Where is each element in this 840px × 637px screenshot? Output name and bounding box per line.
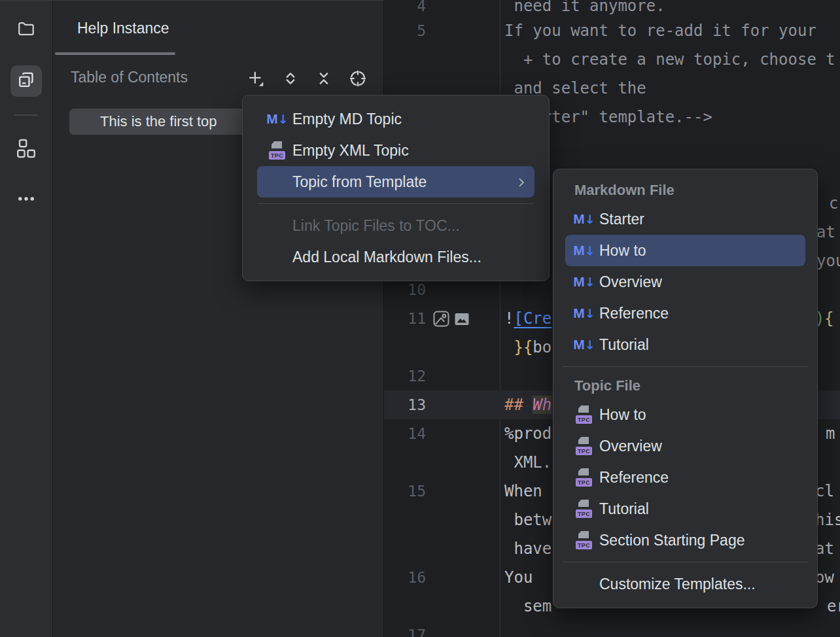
expand-all-button[interactable] [279, 69, 302, 91]
add-topic-button[interactable] [245, 69, 267, 91]
topic-from-template-submenu: Markdown FileM↓StarterM↓How toM↓Overview… [553, 169, 818, 608]
icon-spacer [574, 574, 594, 594]
menu-item-label: Add Local Markdown Files... [292, 249, 481, 266]
plus-dropdown-icon [246, 69, 266, 91]
menu-item-link-topic-files-to-toc: Link Topic Files to TOC... [257, 210, 534, 241]
menu-item-label: Link Topic Files to TOC... [292, 217, 460, 235]
activity-bar-divider [14, 114, 38, 116]
menu-item-customize-templates[interactable]: Customize Templates... [565, 568, 805, 600]
menu-item-label: Empty XML Topic [292, 142, 409, 160]
collapse-all-button[interactable] [313, 69, 335, 91]
folder-icon [17, 20, 35, 41]
submenu-section-header-markdown-file: Markdown File [553, 177, 817, 203]
menu-item-label: Overview [599, 273, 662, 291]
activity-bar-item-structure[interactable] [10, 134, 42, 165]
add-topic-context-menu: M↓Empty MD TopicTPCEmpty XML TopicTopic … [242, 95, 550, 281]
editor-line-text: %prod [504, 419, 551, 448]
image-outline-icon[interactable] [432, 310, 450, 332]
menu-item-label: Customize Templates... [599, 576, 756, 593]
editor-text-fragment: at [816, 218, 835, 247]
image-preview-icon[interactable] [454, 311, 470, 331]
editor-text-fragment: c [829, 189, 838, 218]
submenu-chevron-icon [515, 175, 528, 193]
editor-text-fragment: at [815, 534, 834, 563]
line-number: 15 [384, 477, 426, 506]
more-ellipsis-icon [16, 189, 36, 211]
editor-text-fragment: his [815, 506, 840, 534]
activity-bar [0, 0, 52, 637]
editor-line-text: + to create a new topic, choose t [504, 45, 835, 74]
menu-item-label: Tutorial [599, 500, 649, 518]
menu-item-topic-from-template[interactable]: Topic from Template [257, 166, 534, 198]
menu-item-tutorial[interactable]: TPCTutorial [565, 493, 805, 525]
menu-item-label: Reference [599, 469, 669, 487]
icon-spacer [268, 247, 287, 267]
menu-item-empty-md-topic[interactable]: M↓Empty MD Topic [257, 103, 534, 135]
activity-bar-item-more[interactable] [10, 184, 42, 216]
editor-text-fragment: m [826, 419, 835, 448]
target-icon [349, 69, 367, 90]
menu-item-label: Topic from Template [292, 173, 427, 191]
editor-line-text: If you want to re-add it for your [504, 16, 816, 45]
activity-bar-item-topics[interactable] [10, 65, 42, 97]
line-number: 5 [384, 16, 426, 45]
editor-line-text: }{bo [504, 333, 551, 362]
menu-item-label: Tutorial [599, 336, 649, 354]
menu-item-label: Overview [599, 438, 662, 455]
topic-file-icon: TPC [574, 468, 594, 487]
menu-item-how-to[interactable]: M↓How to [565, 235, 805, 266]
tab-help-instance[interactable]: Help Instance [53, 1, 236, 56]
line-number: 17 [384, 621, 426, 637]
line-number: 16 [384, 563, 426, 592]
topic-file-icon: TPC [574, 530, 594, 550]
icon-spacer [268, 216, 287, 235]
editor-line-text: ## Wh [504, 390, 551, 419]
editor-text-fragment: { [824, 304, 833, 333]
collapse-all-icon [315, 69, 333, 90]
menu-separator [563, 562, 808, 562]
tab-help-instance-label: Help Instance [77, 1, 169, 56]
markdown-file-icon: M↓ [574, 209, 594, 229]
menu-item-add-local-markdown-files[interactable]: Add Local Markdown Files... [257, 241, 534, 273]
menu-item-label: Starter [599, 211, 644, 228]
editor-line[interactable]: 17 [384, 621, 840, 637]
menu-item-starter[interactable]: M↓Starter [565, 203, 805, 235]
markdown-file-icon: M↓ [574, 303, 594, 323]
line-number: 12 [384, 362, 426, 390]
editor-line[interactable]: + to create a new topic, choose t [384, 45, 840, 74]
active-tab-indicator [55, 52, 175, 55]
menu-item-reference[interactable]: M↓Reference [565, 298, 805, 329]
editor-line-text: You [504, 563, 533, 592]
menu-item-how-to[interactable]: TPCHow to [565, 399, 805, 430]
menu-item-section-starting-page[interactable]: TPCSection Starting Page [565, 525, 805, 556]
editor-text-fragment: ow [815, 563, 834, 592]
menu-item-overview[interactable]: TPCOverview [565, 430, 805, 462]
panel-title: Table of Contents [71, 69, 188, 86]
locate-element-button[interactable] [347, 69, 369, 91]
menu-item-overview[interactable]: M↓Overview [565, 266, 805, 298]
line-number: 14 [384, 419, 426, 448]
markdown-file-icon: M↓ [574, 241, 594, 260]
menu-item-empty-xml-topic[interactable]: TPCEmpty XML Topic [257, 135, 534, 166]
markdown-file-icon: M↓ [574, 272, 594, 292]
topic-file-icon: TPC [574, 436, 594, 456]
topic-file-icon: TPC [574, 499, 594, 519]
editor-line-text: betw [504, 506, 551, 534]
editor-line[interactable]: 5If you want to re-add it for your [384, 16, 840, 45]
structure-icon [16, 139, 36, 161]
editor-text-fragment: you [816, 247, 840, 275]
menu-item-label: How to [599, 242, 646, 260]
topic-file-icon: TPC [574, 405, 594, 424]
markdown-file-icon: M↓ [574, 335, 594, 354]
topic-file-icon: TPC [268, 141, 287, 160]
line-number: 13 [384, 390, 426, 419]
editor-line-text: XML. [504, 448, 551, 477]
editor-text-fragment: cl [815, 477, 834, 506]
activity-bar-item-project[interactable] [10, 14, 42, 46]
menu-item-reference[interactable]: TPCReference [565, 462, 805, 493]
editor-line-text: have [504, 534, 551, 563]
editor-line-text: ![Cre [504, 304, 551, 333]
submenu-section-header-topic-file: Topic File [553, 373, 817, 399]
menu-item-tutorial[interactable]: M↓Tutorial [565, 329, 805, 360]
menu-item-label: Reference [599, 305, 669, 322]
